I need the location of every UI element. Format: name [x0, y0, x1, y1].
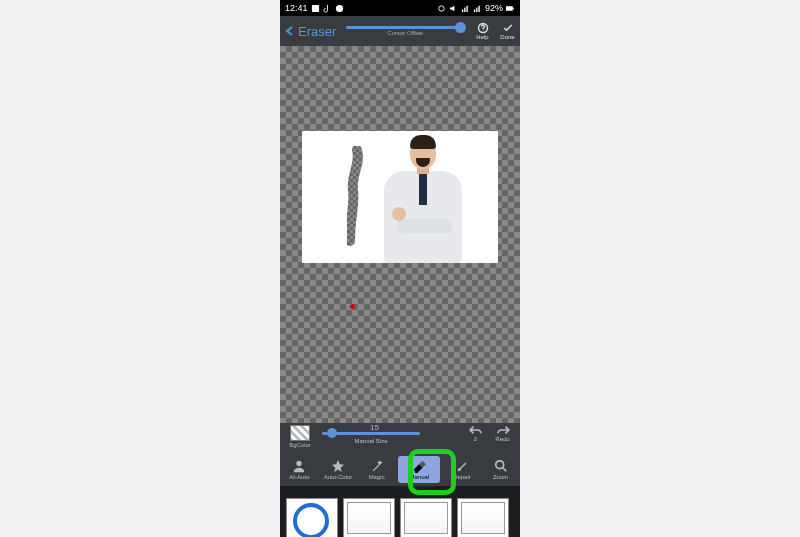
bgcolor-button[interactable]: BgColor	[285, 425, 315, 448]
size-slider[interactable]: Manual Size	[322, 425, 420, 444]
tool-label: Manual	[409, 474, 429, 480]
svg-point-2	[439, 5, 444, 10]
wand-icon	[370, 459, 384, 473]
done-label: Done	[500, 34, 514, 40]
thumbnail[interactable]	[343, 498, 395, 538]
help-icon	[477, 22, 489, 34]
svg-rect-4	[464, 7, 465, 12]
status-battery: 92%	[485, 3, 503, 13]
alarm-icon	[437, 4, 446, 13]
size-bar: BgColor 15 Manual Size 2 Redo	[280, 423, 520, 453]
cursor-offset-label: Cursor Offset	[387, 30, 423, 36]
app-header: Eraser Cursor Offset Help Done	[280, 16, 520, 46]
svg-rect-6	[474, 9, 475, 12]
svg-point-16	[495, 461, 503, 469]
bgcolor-label: BgColor	[285, 442, 315, 448]
svg-point-1	[335, 4, 342, 11]
svg-rect-0	[311, 4, 318, 11]
arrow-left-icon	[284, 25, 296, 37]
tool-bar: AI-Auto Auto-Color Magic Manual Repair Z…	[280, 453, 520, 486]
search-icon	[494, 459, 508, 473]
tiktok-icon	[323, 4, 332, 13]
help-button[interactable]: Help	[470, 22, 495, 40]
redo-icon	[496, 425, 510, 435]
redo-label: Redo	[490, 436, 515, 442]
svg-rect-10	[513, 7, 514, 9]
undo-icon	[469, 425, 483, 435]
thumbnail[interactable]	[457, 498, 509, 538]
signal-icon-2	[473, 4, 482, 13]
person-icon	[292, 459, 306, 473]
undo-button[interactable]: 2	[463, 425, 488, 442]
phone-frame: 12:41 92% Eraser Cursor Offs	[280, 0, 520, 537]
tool-label: Repair	[453, 474, 471, 480]
gallery-icon	[311, 4, 320, 13]
erase-stroke	[347, 146, 367, 246]
battery-icon	[506, 4, 515, 13]
editor-canvas[interactable]	[280, 46, 520, 423]
back-button[interactable]: Eraser	[280, 24, 340, 39]
tool-label: Zoom	[493, 474, 508, 480]
image-layer	[302, 131, 498, 263]
tool-magic[interactable]: Magic	[360, 459, 394, 480]
cursor-dot	[350, 304, 355, 309]
checker-icon	[290, 425, 310, 441]
svg-rect-7	[476, 7, 477, 12]
signal-icon	[461, 4, 470, 13]
messenger-icon	[335, 4, 344, 13]
check-icon	[502, 22, 514, 34]
undo-count: 2	[463, 436, 488, 442]
done-button[interactable]: Done	[495, 22, 520, 40]
cursor-offset-slider[interactable]: Cursor Offset	[346, 26, 464, 36]
svg-rect-9	[506, 6, 513, 11]
redo-button[interactable]: Redo	[490, 425, 515, 442]
status-time: 12:41	[285, 3, 308, 13]
svg-rect-3	[462, 9, 463, 12]
thumbnail[interactable]	[400, 498, 452, 538]
size-label: Manual Size	[322, 438, 420, 444]
back-label: Eraser	[298, 24, 336, 39]
svg-rect-8	[478, 5, 479, 11]
help-label: Help	[476, 34, 488, 40]
tool-label: Auto-Color	[324, 474, 353, 480]
mute-icon	[449, 4, 458, 13]
thumbnail-strip	[280, 486, 520, 537]
status-bar: 12:41 92%	[280, 0, 520, 16]
tool-ai-auto[interactable]: AI-Auto	[282, 459, 316, 480]
star-icon	[331, 459, 345, 473]
tool-repair[interactable]: Repair	[445, 459, 479, 480]
svg-rect-5	[466, 5, 467, 11]
tool-label: Magic	[369, 474, 385, 480]
tool-auto-color[interactable]: Auto-Color	[321, 459, 355, 480]
tool-manual[interactable]: Manual	[398, 456, 440, 483]
thumbnail[interactable]	[286, 498, 338, 538]
tool-label: AI-Auto	[289, 474, 309, 480]
tool-zoom[interactable]: Zoom	[484, 459, 518, 480]
svg-point-15	[297, 461, 302, 466]
brush-icon	[455, 459, 469, 473]
eraser-icon	[412, 459, 426, 473]
